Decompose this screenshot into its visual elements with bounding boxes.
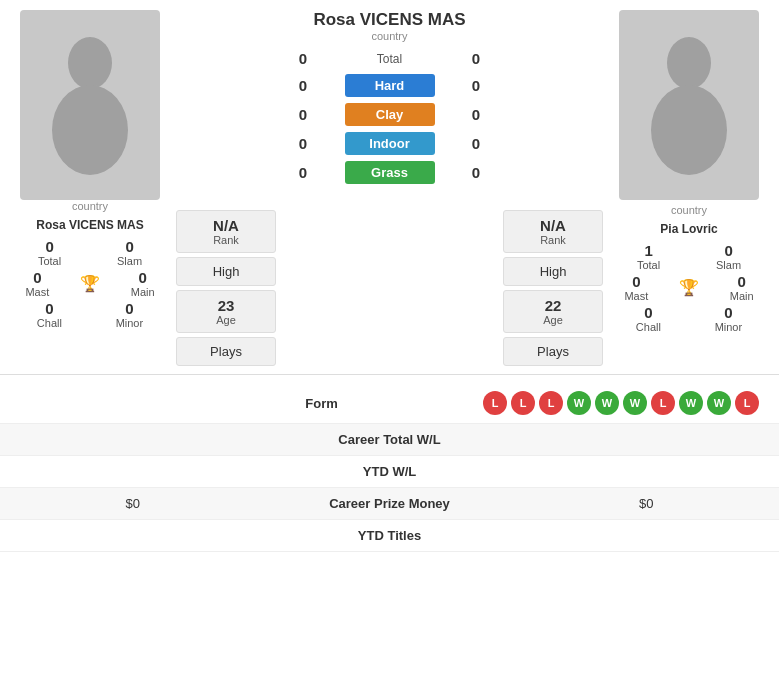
career-total-label: Career Total W/L <box>160 432 619 447</box>
player1-level-val: High <box>213 264 240 279</box>
player1-rank-lbl: Rank <box>185 234 267 246</box>
player1-name-top-area: Rosa VICENS MAS country <box>282 10 497 42</box>
form-row: Form LLLWWWLWWL <box>0 383 779 424</box>
player1-mast-stat: 0 Mast <box>25 269 49 298</box>
clay-surface-btn: Clay <box>345 103 435 126</box>
player2-minor-val: 0 <box>715 304 743 321</box>
grass-surface-btn: Grass <box>345 161 435 184</box>
player2-age-lbl: Age <box>512 314 594 326</box>
form-badge-l: L <box>735 391 759 415</box>
svg-point-3 <box>651 85 727 175</box>
form-badges: LLLWWWLWWL <box>483 391 759 415</box>
form-badge-l: L <box>511 391 535 415</box>
svg-point-2 <box>667 37 711 89</box>
player2-plays-val: Plays <box>537 344 569 359</box>
form-badge-l: L <box>539 391 563 415</box>
total-score-label: Total <box>318 52 461 66</box>
player1-country-top: country <box>371 30 407 42</box>
player1-plays-val: Plays <box>210 344 242 359</box>
player2-mast-stat: 0 Mast <box>624 273 648 302</box>
form-label: Form <box>160 396 483 411</box>
player2-trophy-icon: 🏆 <box>679 278 699 297</box>
player1-age-val: 23 <box>185 297 267 314</box>
player1-plays-box: Plays <box>176 337 276 366</box>
player2-name-below: Pia Lovric <box>660 222 717 236</box>
player1-total-val: 0 <box>38 238 61 255</box>
player1-minor-val: 0 <box>116 300 144 317</box>
player2-main-stat: 0 Main <box>730 273 754 302</box>
player2-minor-stat: 0 Minor <box>715 304 743 333</box>
player1-name-below: Rosa VICENS MAS <box>36 218 143 232</box>
player2-mast-val: 0 <box>624 273 648 290</box>
form-badge-l: L <box>651 391 675 415</box>
player2-country: country <box>671 204 707 216</box>
total-score-right: 0 <box>461 50 491 67</box>
hard-score-left: 0 <box>288 77 318 94</box>
player1-age-box: 23 Age <box>176 290 276 333</box>
player2-chall-stat: 0 Chall <box>636 304 661 333</box>
ytd-titles-label: YTD Titles <box>160 528 619 543</box>
player1-main-val: 0 <box>131 269 155 286</box>
grass-score-right: 0 <box>461 164 491 181</box>
player1-minor-lbl: Minor <box>116 317 144 329</box>
player2-total-stat: 1 Total <box>637 242 660 271</box>
indoor-score-left: 0 <box>288 135 318 152</box>
player2-minor-lbl: Minor <box>715 321 743 333</box>
indoor-score-right: 0 <box>461 135 491 152</box>
player1-rank-val: N/A <box>185 217 267 234</box>
form-badge-l: L <box>483 391 507 415</box>
player1-level-box: High <box>176 257 276 286</box>
player2-total-lbl: Total <box>637 259 660 271</box>
player2-total-val: 1 <box>637 242 660 259</box>
ytd-titles-row: YTD Titles <box>0 520 779 552</box>
player2-rank-val: N/A <box>512 217 594 234</box>
player1-slam-val: 0 <box>117 238 142 255</box>
indoor-surface-btn: Indoor <box>345 132 435 155</box>
hard-surface-btn: Hard <box>345 74 435 97</box>
svg-point-0 <box>68 37 112 89</box>
clay-score-right: 0 <box>461 106 491 123</box>
player1-card: countryRosa VICENS MAS 0 Total 0 Slam 0 … <box>10 10 170 329</box>
career-prize-row: $0 Career Prize Money $0 <box>0 488 779 520</box>
player1-avatar <box>20 10 160 200</box>
player2-slam-stat: 0 Slam <box>716 242 741 271</box>
player1-career-prize: $0 <box>20 496 160 511</box>
player1-info-col: N/A Rank High 23 Age Plays <box>176 210 276 366</box>
player2-slam-val: 0 <box>716 242 741 259</box>
career-total-row: Career Total W/L <box>0 424 779 456</box>
player2-rank-box: N/A Rank <box>503 210 603 253</box>
player2-chall-lbl: Chall <box>636 321 661 333</box>
player2-slam-lbl: Slam <box>716 259 741 271</box>
player1-trophy-icon: 🏆 <box>80 274 100 293</box>
grass-score-left: 0 <box>288 164 318 181</box>
player1-total-stat: 0 Total <box>38 238 61 267</box>
player1-rank-box: N/A Rank <box>176 210 276 253</box>
player2-card: country Pia Lovric 1 Total 0 Slam 0 Mast… <box>609 10 769 333</box>
player1-chall-val: 0 <box>37 300 62 317</box>
player2-age-box: 22 Age <box>503 290 603 333</box>
player2-mast-lbl: Mast <box>624 290 648 302</box>
player1-mast-lbl: Mast <box>25 286 49 298</box>
player2-avatar <box>619 10 759 200</box>
player1-chall-stat: 0 Chall <box>37 300 62 329</box>
clay-score-left: 0 <box>288 106 318 123</box>
total-score-left: 0 <box>288 50 318 67</box>
player2-chall-val: 0 <box>636 304 661 321</box>
player1-mast-val: 0 <box>25 269 49 286</box>
player1-total-lbl: Total <box>38 255 61 267</box>
ytd-wl-row: YTD W/L <box>0 456 779 488</box>
form-badge-w: W <box>707 391 731 415</box>
player1-slam-stat: 0 Slam <box>117 238 142 267</box>
form-badge-w: W <box>567 391 591 415</box>
player1-minor-stat: 0 Minor <box>116 300 144 329</box>
player2-plays-box: Plays <box>503 337 603 366</box>
player2-info-col: N/A Rank High 22 Age Plays <box>503 210 603 366</box>
player1-chall-lbl: Chall <box>37 317 62 329</box>
form-badge-w: W <box>679 391 703 415</box>
form-badge-w: W <box>595 391 619 415</box>
player2-rank-lbl: Rank <box>512 234 594 246</box>
player2-main-val: 0 <box>730 273 754 290</box>
player1-country: country <box>72 200 108 212</box>
hard-score-right: 0 <box>461 77 491 94</box>
player1-slam-lbl: Slam <box>117 255 142 267</box>
